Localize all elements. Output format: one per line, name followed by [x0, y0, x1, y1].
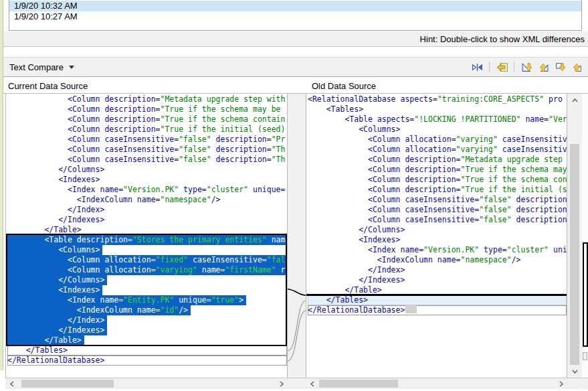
toolbar-separator [489, 62, 490, 72]
code-line[interactable]: </Indexes> [7, 325, 287, 335]
code-line[interactable]: <Column description="True if the initial… [308, 185, 567, 195]
code-line[interactable]: <Column allocation="fixed" caseInsensiti… [7, 255, 287, 265]
code-line[interactable]: <IndexColumn name="namespace"/> [7, 195, 287, 205]
diff-change-marker[interactable] [583, 352, 587, 360]
vertical-scrollbar[interactable] [567, 94, 582, 378]
code-line[interactable]: <Indexes> [7, 175, 287, 185]
swap-left-and-right-button[interactable] [470, 60, 484, 74]
code-line[interactable]: <Table aspects="!LOCKING !PARTITIONED" n… [308, 114, 567, 125]
code-line[interactable]: <Columns> [7, 245, 287, 255]
left-pane-title: Current Data Source [8, 80, 88, 93]
chevron-right-icon [558, 381, 564, 387]
right-horizontal-scrollbar[interactable] [306, 378, 567, 389]
hint-text: Hint: Double-click to show XML differenc… [420, 34, 585, 44]
code-line[interactable]: </Tables> [308, 295, 567, 305]
chevron-left-icon [9, 381, 15, 387]
code-line[interactable]: </Tables> [7, 345, 287, 356]
diff-connector-gutter [288, 94, 306, 378]
next-change-icon [555, 62, 566, 73]
code-line[interactable]: </RelationalDatabase> [308, 305, 567, 315]
version-row[interactable]: 1/9/20 10:27 AM [9, 11, 581, 22]
code-line[interactable]: <Column caseInsensitive="false" descript… [308, 215, 567, 225]
code-line[interactable]: <Column allocation="varying" name="first… [7, 265, 287, 275]
previous-difference-button[interactable] [536, 60, 550, 74]
scroll-right-button[interactable] [276, 378, 286, 389]
scroll-up-button[interactable] [567, 95, 582, 106]
code-line[interactable]: </RelationalDatabase> [7, 356, 287, 366]
toolbar-separator [514, 62, 514, 72]
compare-mode-dropdown[interactable]: Text Compare [3, 58, 80, 76]
diff-connector-lines [288, 94, 306, 378]
left-horizontal-scrollbar[interactable] [5, 378, 288, 389]
next-difference-button[interactable] [520, 60, 533, 74]
code-line[interactable]: <Table description="Stores the primary e… [7, 235, 287, 245]
scroll-right-button[interactable] [555, 378, 566, 389]
code-line[interactable]: </Columns> [7, 165, 287, 175]
code-line[interactable]: <Column caseInsensitive="false" descript… [7, 155, 287, 165]
scroll-left-button[interactable] [7, 378, 17, 389]
code-line[interactable]: </Columns> [7, 275, 287, 285]
decoration-strip [0, 0, 3, 370]
code-line[interactable]: <Column description="True if the schema … [308, 165, 567, 175]
code-line[interactable]: <IndexColumn name="namespace"/> [308, 255, 567, 265]
compare-toolbar: Text Compare [3, 57, 588, 77]
code-line[interactable]: <Column caseInsensitive="false" descript… [308, 195, 567, 205]
scroll-down-button[interactable] [567, 366, 582, 376]
previous-difference-icon [538, 62, 549, 73]
version-list: 1/9/20 10:32 AM1/9/20 10:27 AM [9, 0, 582, 31]
copy-right-to-left-button[interactable] [495, 60, 508, 74]
chevron-down-icon [69, 66, 74, 72]
next-change-button[interactable] [553, 60, 567, 74]
code-line[interactable]: </Table> [7, 225, 287, 235]
version-row[interactable]: 1/9/20 10:32 AM [9, 1, 581, 11]
code-line[interactable]: </Index> [7, 205, 287, 215]
code-line[interactable]: <Column description="Metadata upgrade st… [308, 155, 567, 165]
right-code: <RelationalDatabase aspects="training:CO… [306, 94, 567, 315]
swap-left-right-icon [472, 62, 483, 73]
trailing-change-marker [405, 305, 417, 313]
code-line[interactable]: <Indexes> [7, 285, 287, 295]
overview-ruler[interactable] [582, 94, 588, 391]
code-line[interactable]: <Column allocation="varying" caseInsensi… [308, 145, 567, 155]
horizontal-scrollbar-thumb[interactable] [21, 380, 114, 388]
compare-editor: 1/9/20 10:32 AM1/9/20 10:27 AM Hint: Dou… [0, 0, 588, 391]
code-line[interactable]: <Column caseInsensitive="false" descript… [7, 145, 287, 155]
code-line[interactable]: <Index name="Entity.PK" unique="true"> [7, 295, 287, 305]
code-line[interactable]: <Column caseInsensitive="false" descript… [308, 205, 567, 215]
code-line[interactable]: </Indexes> [308, 275, 567, 285]
horizontal-scrollbar-thumb[interactable] [319, 380, 398, 388]
left-code-pane[interactable]: <Column description="Metadata upgrade st… [5, 94, 288, 378]
code-line[interactable]: </Columns> [308, 225, 567, 235]
code-line[interactable]: </Table> [7, 335, 287, 345]
code-line[interactable]: <RelationalDatabase aspects="training:CO… [308, 94, 567, 104]
code-line[interactable]: <Column allocation="varying" caseInsensi… [308, 135, 567, 145]
code-line[interactable]: <Column description="Metadata upgrade st… [7, 94, 287, 104]
code-line[interactable]: <Column description="True if the initial… [7, 125, 287, 135]
code-line[interactable]: <Index name="Version.PK" type="cluster" … [308, 245, 567, 255]
code-line[interactable]: <Column description="True if the schema … [308, 175, 567, 185]
code-line[interactable]: <Column description="True if the schema … [7, 104, 287, 114]
chevron-up-icon [572, 98, 578, 104]
scrollbar-corner [567, 378, 588, 389]
code-line[interactable]: </Indexes> [7, 215, 287, 225]
code-line[interactable]: <Column description="True if the schema … [7, 114, 287, 125]
code-line[interactable]: </Index> [308, 265, 567, 275]
chevron-right-icon [278, 381, 284, 387]
right-code-pane[interactable]: <RelationalDatabase aspects="training:CO… [306, 94, 567, 378]
toolbar-icons [470, 60, 588, 74]
hint-bar: Hint: Double-click to show XML differenc… [3, 31, 588, 47]
scroll-left-button[interactable] [307, 378, 318, 389]
vertical-scrollbar-thumb[interactable] [570, 144, 579, 365]
code-line[interactable]: <Columns> [308, 125, 567, 135]
code-line[interactable]: <Indexes> [308, 235, 567, 245]
code-line[interactable]: <Tables> [308, 104, 567, 114]
diff-range-marker[interactable] [583, 242, 588, 347]
code-line[interactable]: </Index> [7, 315, 287, 325]
previous-change-button[interactable] [570, 60, 583, 74]
chevron-left-icon [310, 381, 316, 387]
previous-change-icon [571, 62, 583, 73]
code-line[interactable]: <IndexColumn name="id"/> [7, 305, 287, 315]
selected-diff-block[interactable]: <Table description="Stores the primary e… [7, 235, 287, 345]
code-line[interactable]: <Column caseInsensitive="false" descript… [7, 135, 287, 145]
code-line[interactable]: <Index name="Version.PK" type="cluster" … [7, 185, 287, 195]
